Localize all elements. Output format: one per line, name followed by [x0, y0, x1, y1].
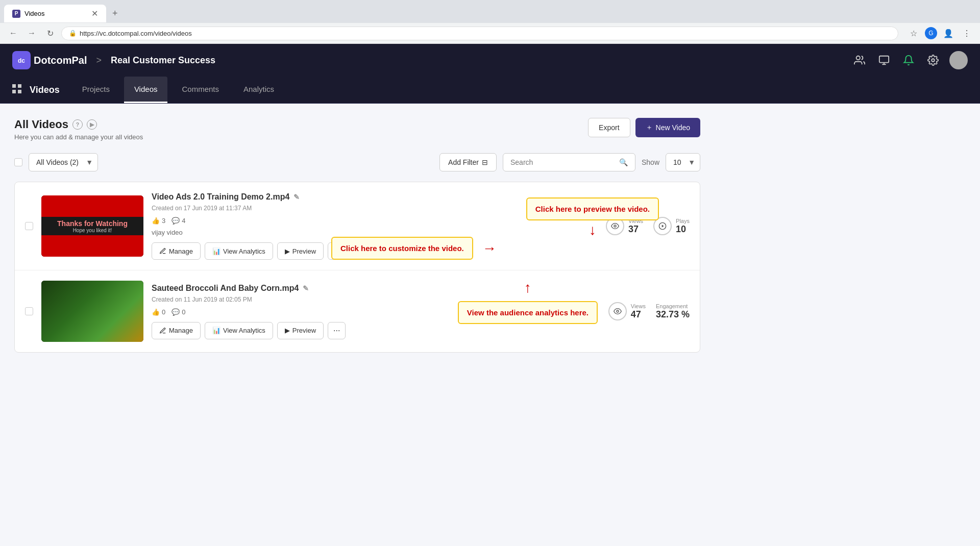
menu-icon[interactable]: ⋮: [960, 26, 974, 40]
show-select[interactable]: 10 25 50: [666, 153, 700, 171]
svg-point-2: [856, 56, 860, 60]
views-stat-content-2: Views 47: [631, 303, 646, 320]
bookmark-icon[interactable]: ☆: [906, 26, 921, 40]
app-nav: Videos Projects Videos Comments Analytic…: [0, 77, 980, 104]
users-icon[interactable]: [851, 52, 868, 68]
video-item-1: Thanks for Watching Hope you liked it! V…: [15, 182, 700, 270]
up-arrow-icon: ↑: [524, 278, 531, 297]
bell-icon[interactable]: [900, 52, 917, 68]
likes-count-2: 0: [162, 308, 165, 316]
dotcompal-logo: dc DotcomPal: [12, 51, 87, 69]
new-tab-button[interactable]: +: [106, 4, 124, 23]
svg-rect-7: [12, 84, 16, 88]
svg-point-11: [614, 225, 616, 227]
nav-tab-comments[interactable]: Comments: [172, 77, 229, 103]
video-2-comments: 💬 0: [172, 308, 185, 316]
preview-play-icon: ▶: [285, 247, 290, 255]
nav-tab-analytics[interactable]: Analytics: [233, 77, 284, 103]
back-button[interactable]: ←: [6, 26, 20, 40]
address-bar: ← → ↻ 🔒 https://vc.dotcompal.com/video/v…: [0, 23, 980, 43]
browser-chrome: P Videos ✕ + ← → ↻ 🔒 https://vc.dotcompa…: [0, 0, 980, 44]
video-2-checkbox[interactable]: [25, 307, 33, 315]
thumbs-up-icon-2: 👍: [152, 308, 160, 316]
nav-tab-projects[interactable]: Projects: [72, 77, 120, 103]
page-title-area: All Videos ? ▶ Here you can add & manage…: [14, 118, 143, 141]
all-videos-select[interactable]: All Videos (2): [29, 153, 98, 171]
brand-project: Real Customer Success: [111, 55, 215, 66]
likes-count: 3: [162, 217, 165, 225]
add-filter-button[interactable]: Add Filter ⊟: [439, 153, 497, 171]
settings-icon[interactable]: [925, 52, 941, 68]
down-arrow-icon: ↓: [589, 220, 596, 240]
video-2-analytics-button[interactable]: 📊 View Analytics: [205, 322, 273, 339]
comments-count: 4: [182, 217, 185, 225]
filter-label: Add Filter: [448, 158, 479, 166]
thumbs-up-icon: 👍: [152, 217, 160, 225]
views-count-2: 47: [631, 309, 646, 320]
share-icon[interactable]: [876, 52, 892, 68]
tab-title: Videos: [24, 10, 45, 17]
url-bar[interactable]: 🔒 https://vc.dotcompal.com/video/videos: [61, 27, 898, 40]
svg-text:dc: dc: [18, 57, 25, 64]
svg-rect-8: [18, 84, 21, 88]
video-list: Thanks for Watching Hope you liked it! V…: [14, 182, 700, 353]
preview-label: Preview: [292, 247, 316, 255]
plus-icon: ＋: [646, 123, 653, 132]
svg-marker-13: [662, 225, 664, 227]
video-1-edit-icon[interactable]: ✎: [293, 193, 300, 201]
video-1-likes: 👍 3: [152, 217, 165, 225]
video-2-title: Sauteed Broccoli And Baby Corn.mp4 ✎: [152, 284, 600, 293]
analytics-label-2: View Analytics: [223, 327, 265, 334]
plays-label: Plays: [676, 218, 690, 224]
forward-button[interactable]: →: [24, 26, 39, 40]
analytics-callout-text: View the audience analytics here.: [467, 308, 589, 317]
tab-bar: P Videos ✕ +: [0, 0, 980, 23]
video-2-views-stat: Views 47: [608, 302, 646, 320]
video-1-comments: 💬 4: [172, 217, 185, 225]
video-2-edit-icon[interactable]: ✎: [303, 284, 309, 292]
active-tab[interactable]: P Videos ✕: [4, 5, 106, 22]
page-header: All Videos ? ▶ Here you can add & manage…: [14, 118, 700, 141]
filter-icon: ⊟: [482, 158, 488, 166]
search-box: 🔍: [503, 153, 635, 171]
customize-callout: Click here to customize the video. →: [331, 237, 473, 260]
video-2-preview-button[interactable]: ▶ Preview: [277, 322, 324, 339]
main-content: All Videos ? ▶ Here you can add & manage…: [0, 104, 715, 367]
video-1-manage-button[interactable]: Manage: [152, 242, 201, 260]
help-icon-2[interactable]: ▶: [87, 119, 97, 130]
plays-stat-content: Plays 10: [676, 218, 690, 235]
header-actions: [851, 51, 968, 69]
nav-tab-videos[interactable]: Videos: [124, 77, 168, 103]
select-all-checkbox[interactable]: [14, 158, 22, 166]
extension-icon-1[interactable]: G: [925, 27, 937, 39]
search-input[interactable]: [510, 158, 615, 166]
customize-callout-text: Click here to customize the video.: [340, 244, 464, 253]
video-1-analytics-button[interactable]: 📊 View Analytics: [205, 242, 273, 260]
export-button[interactable]: Export: [588, 118, 630, 137]
video-2-more-button[interactable]: ···: [328, 322, 346, 339]
thumb-sub-text: Hope you liked it!: [57, 228, 128, 233]
analytics-bar-icon-2: 📊: [212, 327, 220, 334]
comment-icon-2: 💬: [172, 308, 180, 316]
profile-icon[interactable]: 👤: [941, 26, 955, 40]
reload-button[interactable]: ↻: [43, 26, 57, 40]
thumb-img-2: [41, 281, 143, 342]
brand-separator: >: [96, 55, 102, 66]
thumb-main-text: Thanks for Watching: [57, 219, 128, 228]
video-2-manage-button[interactable]: Manage: [152, 322, 201, 339]
tab-close-button[interactable]: ✕: [91, 9, 98, 18]
new-video-button[interactable]: ＋ New Video: [635, 118, 700, 137]
video-2-likes: 👍 0: [152, 308, 165, 316]
video-1-preview-button[interactable]: ▶ Preview: [277, 242, 324, 260]
page-actions: Export ＋ New Video: [588, 118, 700, 137]
nav-title: Videos: [30, 85, 60, 95]
page-title: All Videos ? ▶: [14, 118, 143, 131]
engagement-value: 32.73 %: [656, 309, 690, 320]
preview-callout-text: Click here to preview the video.: [535, 205, 650, 213]
video-1-plays-stat: Plays 10: [653, 217, 690, 235]
video-1-checkbox[interactable]: [25, 222, 33, 230]
user-avatar[interactable]: [949, 51, 968, 69]
new-video-label: New Video: [656, 123, 690, 132]
help-icon-1[interactable]: ?: [72, 119, 83, 130]
brand-logo-icon: dc: [12, 51, 31, 69]
